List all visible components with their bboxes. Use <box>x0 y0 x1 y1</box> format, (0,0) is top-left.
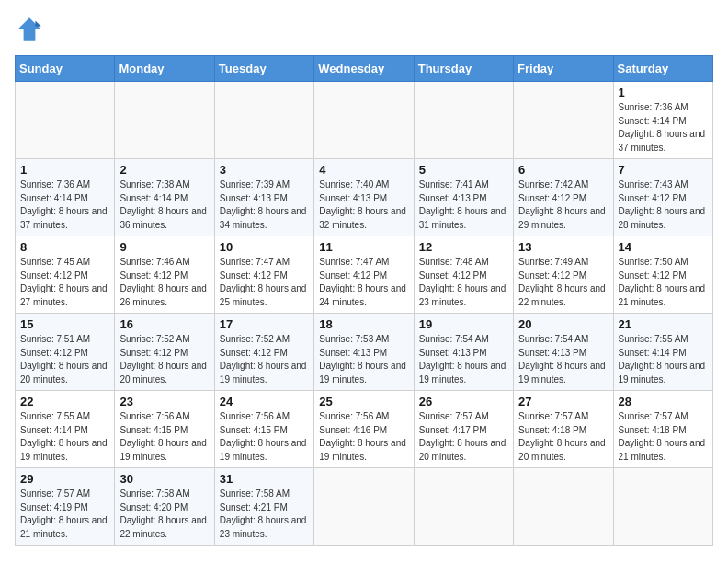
day-info: Sunrise: 7:52 AMSunset: 4:12 PMDaylight:… <box>220 334 307 385</box>
calendar-cell <box>414 468 513 546</box>
calendar-cell: 10Sunrise: 7:47 AMSunset: 4:12 PMDayligh… <box>214 236 313 314</box>
day-number: 4 <box>319 163 408 177</box>
calendar-week-3: 15Sunrise: 7:51 AMSunset: 4:12 PMDayligh… <box>16 314 713 391</box>
day-number: 10 <box>220 240 309 254</box>
calendar-cell: 31Sunrise: 7:58 AMSunset: 4:21 PMDayligh… <box>214 468 313 546</box>
calendar-cell: 23Sunrise: 7:56 AMSunset: 4:15 PMDayligh… <box>115 391 214 468</box>
calendar-cell: 30Sunrise: 7:58 AMSunset: 4:20 PMDayligh… <box>115 468 214 546</box>
day-number: 27 <box>518 395 608 408</box>
calendar-week-5: 29Sunrise: 7:57 AMSunset: 4:19 PMDayligh… <box>16 468 713 546</box>
calendar-week-2: 8Sunrise: 7:45 AMSunset: 4:12 PMDaylight… <box>16 236 713 314</box>
calendar-cell: 18Sunrise: 7:53 AMSunset: 4:13 PMDayligh… <box>314 314 414 391</box>
calendar-cell: 1Sunrise: 7:36 AMSunset: 4:14 PMDaylight… <box>613 82 712 159</box>
calendar-cell: 14Sunrise: 7:50 AMSunset: 4:12 PMDayligh… <box>613 236 712 314</box>
calendar-cell <box>214 82 313 159</box>
day-info: Sunrise: 7:55 AMSunset: 4:14 PMDaylight:… <box>619 334 706 385</box>
day-number: 25 <box>319 395 408 408</box>
calendar-cell: 3Sunrise: 7:39 AMSunset: 4:13 PMDaylight… <box>214 159 313 236</box>
day-number: 12 <box>419 240 508 254</box>
day-number: 14 <box>619 240 708 254</box>
calendar-cell: 20Sunrise: 7:54 AMSunset: 4:13 PMDayligh… <box>514 314 613 391</box>
day-number: 2 <box>119 163 209 177</box>
calendar-cell: 12Sunrise: 7:48 AMSunset: 4:12 PMDayligh… <box>414 236 513 314</box>
calendar-cell <box>16 82 115 159</box>
logo-icon <box>15 15 44 44</box>
day-info: Sunrise: 7:38 AMSunset: 4:14 PMDaylight:… <box>119 179 207 230</box>
col-header-wednesday: Wednesday <box>314 56 414 82</box>
calendar-cell <box>613 468 712 546</box>
calendar-cell: 7Sunrise: 7:43 AMSunset: 4:12 PMDaylight… <box>613 159 712 236</box>
day-number: 20 <box>518 317 608 331</box>
day-info: Sunrise: 7:53 AMSunset: 4:13 PMDaylight:… <box>319 334 406 385</box>
col-header-thursday: Thursday <box>414 56 513 82</box>
day-number: 30 <box>119 472 209 486</box>
svg-marker-0 <box>17 17 41 41</box>
day-info: Sunrise: 7:50 AMSunset: 4:12 PMDaylight:… <box>619 257 706 307</box>
svg-marker-1 <box>35 20 40 26</box>
day-number: 16 <box>119 317 209 331</box>
calendar-cell: 19Sunrise: 7:54 AMSunset: 4:13 PMDayligh… <box>414 314 513 391</box>
day-number: 13 <box>518 240 608 254</box>
calendar-cell: 2Sunrise: 7:38 AMSunset: 4:14 PMDaylight… <box>115 159 214 236</box>
day-info: Sunrise: 7:57 AMSunset: 4:18 PMDaylight:… <box>619 411 706 462</box>
calendar-cell: 28Sunrise: 7:57 AMSunset: 4:18 PMDayligh… <box>613 391 712 468</box>
logo <box>15 15 48 44</box>
day-info: Sunrise: 7:48 AMSunset: 4:12 PMDaylight:… <box>419 257 506 307</box>
day-number: 18 <box>319 317 408 331</box>
calendar-cell: 25Sunrise: 7:56 AMSunset: 4:16 PMDayligh… <box>314 391 414 468</box>
calendar-cell: 17Sunrise: 7:52 AMSunset: 4:12 PMDayligh… <box>214 314 313 391</box>
calendar-table: SundayMondayTuesdayWednesdayThursdayFrid… <box>15 55 713 546</box>
day-info: Sunrise: 7:46 AMSunset: 4:12 PMDaylight:… <box>119 257 207 307</box>
day-number: 15 <box>20 317 109 331</box>
calendar-cell: 27Sunrise: 7:57 AMSunset: 4:18 PMDayligh… <box>514 391 613 468</box>
calendar-cell <box>414 82 513 159</box>
day-number: 5 <box>419 163 508 177</box>
calendar-cell: 11Sunrise: 7:47 AMSunset: 4:12 PMDayligh… <box>314 236 414 314</box>
day-info: Sunrise: 7:43 AMSunset: 4:12 PMDaylight:… <box>619 179 706 230</box>
day-number: 26 <box>419 395 508 408</box>
day-info: Sunrise: 7:56 AMSunset: 4:15 PMDaylight:… <box>220 411 307 462</box>
day-number: 1 <box>20 163 109 177</box>
day-info: Sunrise: 7:41 AMSunset: 4:13 PMDaylight:… <box>419 179 506 230</box>
day-info: Sunrise: 7:54 AMSunset: 4:13 PMDaylight:… <box>419 334 506 385</box>
day-number: 11 <box>319 240 408 254</box>
day-number: 3 <box>220 163 309 177</box>
calendar-cell <box>514 468 613 546</box>
col-header-tuesday: Tuesday <box>214 56 313 82</box>
day-number: 24 <box>220 395 309 408</box>
day-info: Sunrise: 7:55 AMSunset: 4:14 PMDaylight:… <box>20 411 108 462</box>
day-info: Sunrise: 7:45 AMSunset: 4:12 PMDaylight:… <box>20 257 108 307</box>
calendar-cell: 26Sunrise: 7:57 AMSunset: 4:17 PMDayligh… <box>414 391 513 468</box>
day-info: Sunrise: 7:51 AMSunset: 4:12 PMDaylight:… <box>20 334 108 385</box>
calendar-cell <box>314 468 414 546</box>
day-number: 7 <box>619 163 708 177</box>
day-info: Sunrise: 7:49 AMSunset: 4:12 PMDaylight:… <box>518 257 606 307</box>
calendar-cell: 29Sunrise: 7:57 AMSunset: 4:19 PMDayligh… <box>16 468 115 546</box>
day-info: Sunrise: 7:56 AMSunset: 4:15 PMDaylight:… <box>119 411 207 462</box>
calendar-cell: 24Sunrise: 7:56 AMSunset: 4:15 PMDayligh… <box>214 391 313 468</box>
col-header-friday: Friday <box>514 56 613 82</box>
day-info: Sunrise: 7:58 AMSunset: 4:20 PMDaylight:… <box>119 488 207 539</box>
day-number: 21 <box>619 317 708 331</box>
calendar-cell <box>514 82 613 159</box>
day-number: 28 <box>619 395 708 408</box>
calendar-cell: 15Sunrise: 7:51 AMSunset: 4:12 PMDayligh… <box>16 314 115 391</box>
day-info: Sunrise: 7:56 AMSunset: 4:16 PMDaylight:… <box>319 411 406 462</box>
day-info: Sunrise: 7:47 AMSunset: 4:12 PMDaylight:… <box>319 257 406 307</box>
day-info: Sunrise: 7:54 AMSunset: 4:13 PMDaylight:… <box>518 334 606 385</box>
day-number: 1 <box>619 86 708 99</box>
day-number: 22 <box>20 395 109 408</box>
calendar-cell: 1Sunrise: 7:36 AMSunset: 4:14 PMDaylight… <box>16 159 115 236</box>
col-header-sunday: Sunday <box>16 56 115 82</box>
calendar-cell <box>115 82 214 159</box>
calendar-cell <box>314 82 414 159</box>
calendar-cell: 16Sunrise: 7:52 AMSunset: 4:12 PMDayligh… <box>115 314 214 391</box>
calendar-week-4: 22Sunrise: 7:55 AMSunset: 4:14 PMDayligh… <box>16 391 713 468</box>
calendar-cell: 5Sunrise: 7:41 AMSunset: 4:13 PMDaylight… <box>414 159 513 236</box>
day-info: Sunrise: 7:40 AMSunset: 4:13 PMDaylight:… <box>319 179 406 230</box>
day-number: 6 <box>518 163 608 177</box>
day-number: 9 <box>119 240 209 254</box>
calendar-week-0: 1Sunrise: 7:36 AMSunset: 4:14 PMDaylight… <box>16 82 713 159</box>
day-info: Sunrise: 7:36 AMSunset: 4:14 PMDaylight:… <box>619 102 706 153</box>
day-info: Sunrise: 7:57 AMSunset: 4:17 PMDaylight:… <box>419 411 506 462</box>
